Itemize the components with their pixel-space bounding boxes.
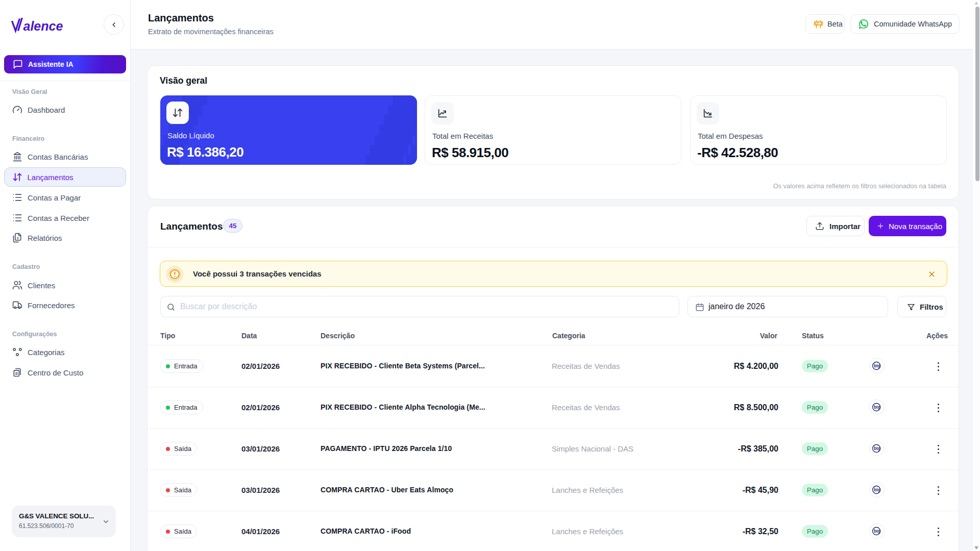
svg-text:btg: btg <box>874 405 880 410</box>
svg-text:btg: btg <box>874 446 880 451</box>
svg-text:btg: btg <box>874 364 880 368</box>
svg-text:btg: btg <box>874 529 880 534</box>
svg-text:alence: alence <box>23 19 63 33</box>
svg-text:btg: btg <box>874 488 880 492</box>
